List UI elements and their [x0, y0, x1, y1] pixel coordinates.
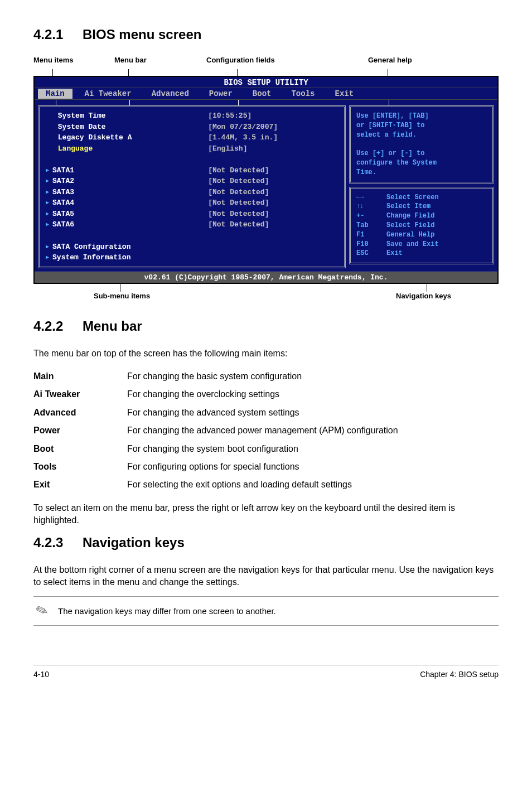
bios-nav-key: F1	[356, 230, 386, 240]
menu-bar-definitions: MainFor changing the basic system config…	[33, 368, 499, 494]
definition-desc: For changing the advanced system setting…	[127, 404, 499, 422]
section-number: 4.2.1	[33, 27, 83, 42]
bios-item-value: [Not Detected]	[197, 209, 338, 220]
diagram-top-labels: Menu items Menu bar Configuration fields…	[33, 56, 499, 67]
bios-help-line: or [SHIFT-TAB] to	[356, 121, 487, 131]
note-box: ✎ The navigation keys may differ from on…	[33, 596, 499, 626]
section-title-text: Menu bar	[83, 318, 142, 334]
bios-item-value: [Not Detected]	[197, 197, 338, 209]
bios-nav-key: +-	[356, 211, 386, 221]
diagram-top-stems	[33, 69, 499, 76]
definition-row: Ai TweakerFor changing the overclocking …	[33, 385, 499, 403]
definition-row: BootFor changing the system boot configu…	[33, 440, 499, 458]
pencil-icon: ✎	[33, 601, 50, 622]
section-4-2-2-heading: 4.2.2Menu bar	[33, 318, 499, 334]
menu-bar-outro: To select an item on the menu bar, press…	[33, 502, 499, 527]
bios-item-label[interactable]: System Information	[45, 252, 197, 263]
bios-item-label[interactable]: System Date	[45, 122, 197, 133]
label-menu-bar: Menu bar	[114, 56, 147, 64]
section-title-text: Navigation keys	[83, 535, 185, 550]
bios-item-label[interactable]: System Time	[45, 110, 197, 122]
bios-nav-key-row: +-Change Field	[356, 211, 487, 221]
bios-help-line: select a field.	[356, 131, 487, 140]
bios-nav-desc: Save and Exit	[386, 240, 439, 249]
bios-nav-key: ↑↓	[356, 202, 386, 211]
bios-item-label[interactable]: SATA1	[45, 165, 197, 176]
definition-row: MainFor changing the basic system config…	[33, 368, 499, 385]
bios-nav-key-row: F1General Help	[356, 230, 487, 240]
bios-left-panel: System Time[10:55:25]System Date[Mon 07/…	[38, 105, 346, 268]
bios-nav-key: Tab	[356, 221, 386, 230]
bios-item-value: [English]	[197, 143, 338, 154]
bios-nav-desc: General Help	[386, 230, 434, 240]
bios-item-label[interactable]: Language	[45, 143, 197, 154]
bios-tab-bar: Main Ai Tweaker Advanced Power Boot Tool…	[35, 88, 497, 100]
bios-item-value: [1.44M, 3.5 in.]	[197, 132, 338, 143]
bios-nav-key: ESC	[356, 249, 386, 258]
bios-nav-desc: Exit	[386, 249, 403, 258]
page-footer: 4-10 Chapter 4: BIOS setup	[33, 665, 499, 679]
definition-term: Ai Tweaker	[33, 385, 127, 403]
bios-nav-key-row: ↑↓Select Item	[356, 202, 487, 211]
definition-desc: For changing the system boot configurati…	[127, 440, 499, 458]
bios-item-label[interactable]: SATA4	[45, 197, 197, 209]
bios-item-value: [Mon 07/23/2007]	[197, 122, 338, 133]
bios-nav-key-row: TabSelect Field	[356, 221, 487, 230]
definition-desc: For changing the advanced power manageme…	[127, 422, 499, 439]
bios-item-label[interactable]: Legacy Diskette A	[45, 132, 197, 143]
bios-item-value	[197, 252, 338, 263]
section-4-2-1-heading: 4.2.1BIOS menu screen	[33, 27, 499, 42]
definition-desc: For selecting the exit options and loadi…	[127, 476, 499, 494]
bios-screenshot: BIOS SETUP UTILITY Main Ai Tweaker Advan…	[33, 76, 499, 284]
label-config-fields: Configuration fields	[206, 56, 275, 64]
section-4-2-3-heading: 4.2.3Navigation keys	[33, 535, 499, 550]
bios-nav-key-row: ←→Select Screen	[356, 193, 487, 202]
definition-term: Boot	[33, 440, 127, 458]
bios-nav-keys-panel: ←→Select Screen↑↓Select Item+-Change Fie…	[349, 187, 494, 265]
note-text: The navigation keys may differ from one …	[58, 606, 276, 616]
label-general-help: General help	[368, 56, 412, 64]
definition-term: Exit	[33, 476, 127, 494]
bios-help-line: Use [ENTER], [TAB]	[356, 112, 487, 121]
definition-desc: For changing the basic system configurat…	[127, 368, 499, 385]
nav-keys-body: At the bottom right corner of a menu scr…	[33, 564, 499, 589]
bios-item-value: [Not Detected]	[197, 187, 338, 198]
bios-tab-power[interactable]: Power	[201, 89, 240, 99]
label-nav-keys: Navigation keys	[396, 292, 451, 300]
bios-item-label[interactable]: SATA5	[45, 209, 197, 220]
bios-nav-key: ←→	[356, 193, 386, 202]
bios-item-label[interactable]: SATA6	[45, 219, 197, 230]
label-submenu-items: Sub-menu items	[94, 292, 150, 300]
diagram-bottom-stems	[33, 284, 499, 292]
bios-tab-boot[interactable]: Boot	[245, 89, 279, 99]
bios-item-value: [Not Detected]	[197, 219, 338, 230]
bios-nav-key-row: ESCExit	[356, 249, 487, 258]
bios-tab-ai-tweaker[interactable]: Ai Tweaker	[77, 89, 139, 99]
bios-nav-desc: Select Item	[386, 202, 431, 211]
bios-tab-exit[interactable]: Exit	[327, 89, 361, 99]
section-number: 4.2.2	[33, 318, 83, 334]
bios-item-label[interactable]: SATA2	[45, 176, 197, 187]
bios-tab-advanced[interactable]: Advanced	[144, 89, 197, 99]
definition-desc: For changing the overclocking settings	[127, 385, 499, 403]
bios-tab-tools[interactable]: Tools	[283, 89, 322, 99]
definition-row: ToolsFor configuring options for special…	[33, 458, 499, 476]
bios-item-label[interactable]: SATA Configuration	[45, 241, 197, 253]
bios-item-value: [10:55:25]	[197, 110, 338, 122]
bios-header: BIOS SETUP UTILITY	[35, 77, 497, 88]
bios-tab-main[interactable]: Main	[38, 89, 72, 99]
bios-item-value: [Not Detected]	[197, 176, 338, 187]
bios-item-label[interactable]: SATA3	[45, 187, 197, 198]
definition-term: Tools	[33, 458, 127, 476]
definition-term: Advanced	[33, 404, 127, 422]
bios-help-line: Time.	[356, 168, 487, 177]
label-menu-items: Menu items	[33, 56, 74, 64]
section-title-text: BIOS menu screen	[83, 27, 201, 42]
section-number: 4.2.3	[33, 535, 83, 550]
diagram-bottom-labels: Sub-menu items Navigation keys	[33, 292, 499, 304]
bios-nav-key-row: F10Save and Exit	[356, 240, 487, 249]
bios-item-value	[197, 241, 338, 253]
chapter-label: Chapter 4: BIOS setup	[420, 670, 499, 679]
definition-term: Main	[33, 368, 127, 385]
definition-row: ExitFor selecting the exit options and l…	[33, 476, 499, 494]
